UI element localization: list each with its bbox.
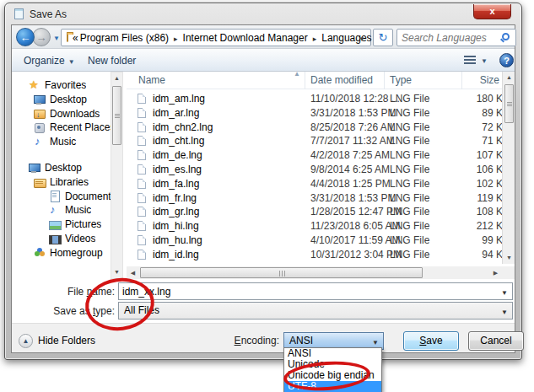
scroll-up-icon[interactable]: ▲ [504, 72, 515, 83]
scroll-down-icon[interactable]: ▼ [111, 266, 122, 278]
breadcrumb-item[interactable]: Program Files (x86) [80, 32, 169, 44]
type-cell: LNG File [390, 248, 429, 262]
sidebar-item[interactable]: Music [12, 135, 111, 149]
breadcrumb-item[interactable]: Internet Download Manager [183, 32, 308, 44]
sidebar-item[interactable]: Desktop [12, 161, 111, 175]
chevron-right-icon[interactable]: ▸ [169, 35, 183, 43]
scroll-down-icon[interactable]: ▼ [504, 252, 515, 264]
sidebar-item[interactable]: Pictures [12, 217, 111, 232]
sidebar-item[interactable]: Downloads [12, 107, 111, 121]
date-modified-cell: 4/10/2017 11:59 AM [310, 234, 401, 248]
table-row[interactable]: idm_fr.lng 3/31/2018 1:53 PM LNG File 11… [127, 191, 515, 206]
table-row[interactable]: idm_hu.lng 4/10/2017 11:59 AM LNG File 9… [127, 234, 515, 248]
file-name-combobox[interactable]: ▼ [118, 282, 513, 300]
horizontal-scrollbar-thumb[interactable] [140, 267, 423, 278]
file-name-label: File name: [15, 286, 115, 298]
close-button[interactable]: x [473, 4, 511, 19]
file-name-input[interactable] [122, 284, 485, 298]
table-row[interactable]: idm_id.lng 10/31/2012 3:04 PM LNG File 9… [127, 248, 515, 262]
combo-arrow-icon[interactable]: ▼ [501, 309, 508, 316]
type-cell: LNG File [390, 163, 429, 177]
type-cell: LNG File [390, 92, 429, 106]
sidebar-item[interactable] [12, 149, 111, 161]
page-icon [138, 164, 146, 175]
sidebar-item-icon [49, 234, 61, 244]
sidebar-scrollbar[interactable]: ▲ ▼ [111, 72, 123, 279]
page-icon [138, 136, 146, 146]
search-input[interactable] [402, 30, 496, 45]
sidebar-item[interactable]: Documents [12, 190, 111, 204]
sidebar-item[interactable]: Videos [12, 232, 111, 246]
size-cell: 102 KB [452, 177, 510, 191]
column-header-size[interactable]: Size [462, 72, 505, 89]
sidebar-item-icon [34, 248, 46, 259]
table-row[interactable]: idm_ar.lng 3/31/2018 1:53 PM LNG File 89… [127, 106, 515, 121]
sidebar-item[interactable]: Favorites [12, 78, 111, 93]
save-as-type-label: Save as type: [15, 305, 115, 317]
cancel-button[interactable]: Cancel [468, 331, 524, 351]
view-list-icon[interactable] [464, 55, 476, 65]
breadcrumb[interactable]: « Program Files (x86)▸Internet Download … [61, 29, 371, 46]
size-cell: 119 KB [452, 191, 510, 206]
breadcrumb-dropdown-icon[interactable]: ▼ [359, 35, 365, 43]
scroll-up-icon[interactable]: ▲ [111, 72, 122, 84]
table-row[interactable]: idm_am.lng 11/10/2018 12:28 ... LNG File… [127, 92, 515, 106]
file-name-cell: idm_hu.lng [153, 234, 202, 248]
save-as-type-combobox[interactable]: All Files ▼ [118, 302, 513, 320]
refresh-button[interactable]: ↻ [373, 29, 393, 46]
bottom-bar: ▲ Hide Folders Encoding: ANSI ▼ Save Can… [12, 323, 515, 352]
titlebar[interactable]: Save As x [5, 3, 521, 24]
date-modified-cell: 4/2/2018 7:25 AM [310, 148, 390, 163]
table-row[interactable]: idm_hi.lng 11/23/2018 6:05 AM LNG File 2… [127, 219, 515, 234]
save-button[interactable]: Save [403, 331, 459, 351]
date-modified-cell: 10/31/2012 3:04 PM [310, 248, 402, 262]
content-area: Favorites Desktop Downloads Recent Place… [12, 72, 515, 279]
list-vertical-scrollbar[interactable]: ▲ ▼ [502, 72, 515, 264]
date-modified-cell: 3/31/2018 1:53 PM [310, 106, 396, 121]
table-row[interactable]: idm_gr.lng 1/28/2015 12:47 PM LNG File 1… [127, 205, 515, 219]
combo-arrow-icon[interactable]: ▼ [501, 289, 508, 297]
sidebar-item-icon [49, 191, 61, 201]
sidebar-item-icon [34, 94, 46, 105]
page-icon [138, 150, 146, 160]
size-cell: 99 KB [452, 234, 510, 248]
address-bar: ← → ▼ « Program Files (x86)▸Internet Dow… [12, 25, 515, 49]
page-icon [138, 221, 146, 231]
chevron-right-icon[interactable]: ▸ [308, 35, 322, 43]
encoding-option[interactable]: UTF-8 [284, 381, 381, 392]
sidebar-item[interactable]: Desktop [12, 93, 111, 107]
forward-icon: → [36, 31, 47, 44]
new-folder-button[interactable]: New folder [88, 53, 136, 68]
table-row[interactable]: idm_cht.lng 7/7/2017 11:32 AM LNG File 7… [127, 134, 515, 148]
table-row[interactable]: idm_es.lng 9/8/2014 6:25 AM LNG File 106… [127, 163, 515, 177]
forward-button[interactable]: → [32, 28, 51, 46]
scroll-left-icon[interactable]: ◀ [127, 266, 139, 279]
sidebar-scrollbar-thumb[interactable] [112, 86, 121, 145]
sidebar-item-label: Music [50, 135, 76, 149]
column-header-name[interactable]: Name [127, 72, 305, 89]
encoding-value: ANSI [289, 335, 313, 346]
nav-history-caret-icon[interactable]: ▼ [53, 35, 60, 42]
sidebar-item[interactable]: Recent Places [12, 121, 111, 135]
help-button[interactable]: ? [499, 53, 514, 67]
table-row[interactable]: idm_de.lng 4/2/2018 7:25 AM LNG File 107… [127, 148, 515, 163]
table-row[interactable]: idm_fa.lng 4/4/2018 1:25 PM LNG File 102… [127, 177, 515, 191]
sidebar-item[interactable]: Music [12, 203, 111, 217]
organize-button[interactable]: Organize▼ [24, 53, 75, 68]
sidebar-item[interactable]: Homegroup [12, 246, 111, 260]
sidebar-item-label: Libraries [50, 175, 89, 190]
column-header-date-modified[interactable]: Date modified [305, 72, 385, 89]
hide-folders-button[interactable]: ▲ Hide Folders [19, 332, 95, 349]
file-name-cell: idm_hi.lng [153, 219, 199, 234]
list-horizontal-scrollbar[interactable]: ◀ ▶ [127, 266, 502, 279]
date-modified-cell: 3/31/2018 1:53 PM [310, 191, 396, 206]
list-scrollbar-thumb[interactable] [504, 84, 514, 123]
breadcrumb-overflow[interactable]: « [73, 32, 78, 44]
sidebar-item[interactable]: Libraries [12, 175, 111, 190]
scroll-right-icon[interactable]: ▶ [489, 266, 502, 279]
column-header-type[interactable]: Type [385, 72, 462, 89]
search-box[interactable] [396, 29, 516, 46]
view-options-caret-icon[interactable]: ▼ [481, 57, 488, 65]
table-row[interactable]: idm_chn2.lng 8/25/2018 7:26 AM LNG File … [127, 121, 515, 135]
back-button[interactable]: ← [16, 28, 35, 46]
